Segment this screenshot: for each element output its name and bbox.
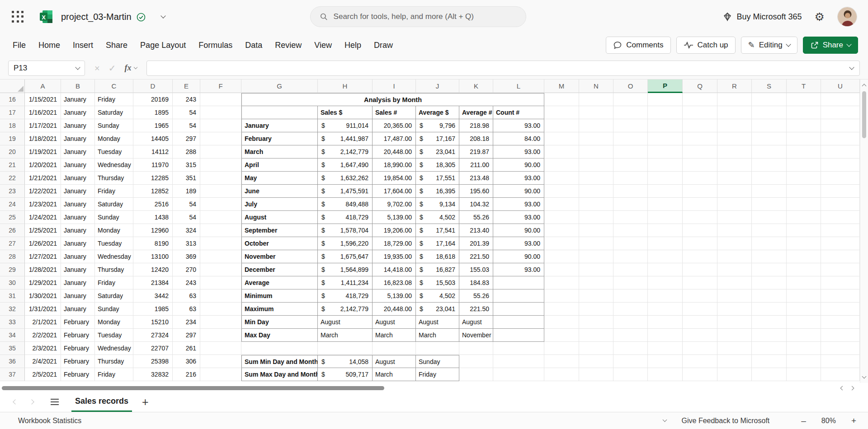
cell-R24[interactable]: [717, 198, 752, 211]
cell-T24[interactable]: [787, 198, 821, 211]
cell-P25[interactable]: [648, 211, 683, 224]
cell-H32[interactable]: $2,142,779: [318, 303, 373, 316]
cell-L25[interactable]: 93.00: [493, 211, 544, 224]
cell-D22[interactable]: 12285: [133, 172, 173, 185]
cell-K28[interactable]: 221.50: [459, 250, 493, 263]
cell-I29[interactable]: 14,418.00: [373, 263, 416, 276]
cell-P31[interactable]: [648, 289, 683, 303]
cell-F21[interactable]: [200, 159, 241, 172]
cell-E18[interactable]: 54: [173, 119, 200, 132]
cell-O30[interactable]: [613, 276, 648, 289]
cell-I24[interactable]: 9,702.00: [373, 198, 416, 211]
row-header-20[interactable]: 20: [0, 145, 25, 159]
cell-U27[interactable]: [821, 237, 860, 250]
cell-I36[interactable]: August: [373, 355, 416, 368]
expand-formula-bar-icon[interactable]: [849, 65, 854, 70]
cell-E29[interactable]: 270: [173, 263, 200, 276]
cell-B24[interactable]: January: [61, 198, 95, 211]
column-header-T[interactable]: T: [787, 79, 821, 93]
cell-F22[interactable]: [200, 172, 241, 185]
cell-N18[interactable]: [579, 119, 613, 132]
cell-I34[interactable]: March: [373, 329, 416, 342]
cell-F34[interactable]: [200, 329, 241, 342]
column-header-J[interactable]: J: [416, 79, 459, 93]
cell-F36[interactable]: [200, 355, 241, 368]
row-header-24[interactable]: 24: [0, 198, 25, 211]
cell-O31[interactable]: [613, 289, 648, 303]
cell-S23[interactable]: [752, 185, 787, 198]
cell-M24[interactable]: [544, 198, 579, 211]
cell-U19[interactable]: [821, 132, 860, 145]
document-title[interactable]: project_03-Martin: [61, 12, 132, 22]
cell-Q18[interactable]: [683, 119, 717, 132]
cell-D29[interactable]: 12420: [133, 263, 173, 276]
cell-T36[interactable]: [787, 355, 821, 368]
cell-R34[interactable]: [717, 329, 752, 342]
menu-review[interactable]: Review: [269, 37, 308, 54]
cell-I28[interactable]: 19,935.00: [373, 250, 416, 263]
cell-F28[interactable]: [200, 250, 241, 263]
cell-S25[interactable]: [752, 211, 787, 224]
cell-N32[interactable]: [579, 303, 613, 316]
cell-R36[interactable]: [717, 355, 752, 368]
cell-T16[interactable]: [787, 93, 821, 106]
cell-U33[interactable]: [821, 316, 860, 329]
cell-D25[interactable]: 1438: [133, 211, 173, 224]
cell-B27[interactable]: January: [61, 237, 95, 250]
cell-N33[interactable]: [579, 316, 613, 329]
cell-D20[interactable]: 14112: [133, 145, 173, 159]
vertical-scrollbar[interactable]: [860, 79, 868, 383]
row-header-25[interactable]: 25: [0, 211, 25, 224]
cell-U21[interactable]: [821, 159, 860, 172]
cell-U16[interactable]: [821, 93, 860, 106]
cell-M16[interactable]: [544, 93, 579, 106]
cell-E28[interactable]: 369: [173, 250, 200, 263]
cell-F17[interactable]: [200, 106, 241, 119]
cell-M17[interactable]: [544, 106, 579, 119]
cell-C32[interactable]: Sunday: [95, 303, 133, 316]
cell-Q32[interactable]: [683, 303, 717, 316]
column-header-P[interactable]: P: [648, 79, 683, 93]
cell-B31[interactable]: January: [61, 289, 95, 303]
cell-P30[interactable]: [648, 276, 683, 289]
cell-J31[interactable]: $4,502: [416, 289, 459, 303]
cell-P19[interactable]: [648, 132, 683, 145]
cell-J37[interactable]: Friday: [416, 368, 459, 381]
cell-T20[interactable]: [787, 145, 821, 159]
cell-T27[interactable]: [787, 237, 821, 250]
cell-O19[interactable]: [613, 132, 648, 145]
cell-N20[interactable]: [579, 145, 613, 159]
cell-K27[interactable]: 201.39: [459, 237, 493, 250]
menu-draw[interactable]: Draw: [368, 37, 399, 54]
cell-E24[interactable]: 54: [173, 198, 200, 211]
cell-K22[interactable]: 213.48: [459, 172, 493, 185]
cell-K18[interactable]: 218.98: [459, 119, 493, 132]
cell-B25[interactable]: January: [61, 211, 95, 224]
cell-I32[interactable]: 20,448.00: [373, 303, 416, 316]
cell-P23[interactable]: [648, 185, 683, 198]
menu-file[interactable]: File: [6, 37, 32, 54]
cell-P16[interactable]: [648, 93, 683, 106]
cell-J26[interactable]: $17,541: [416, 224, 459, 237]
cell-D30[interactable]: 21384: [133, 276, 173, 289]
cell-T37[interactable]: [787, 368, 821, 381]
cell-Q31[interactable]: [683, 289, 717, 303]
settings-gear-icon[interactable]: ⚙: [815, 11, 825, 23]
cell-C26[interactable]: Monday: [95, 224, 133, 237]
cell-F37[interactable]: [200, 368, 241, 381]
cell-C21[interactable]: Wednesday: [95, 159, 133, 172]
cell-N28[interactable]: [579, 250, 613, 263]
cell-D16[interactable]: 20169: [133, 93, 173, 106]
cell-B29[interactable]: January: [61, 263, 95, 276]
vertical-scrollbar-thumb[interactable]: [862, 91, 866, 138]
row-header-21[interactable]: 21: [0, 159, 25, 172]
analysis-label-23[interactable]: June: [241, 185, 318, 198]
cell-P32[interactable]: [648, 303, 683, 316]
cell-C36[interactable]: Thursday: [95, 355, 133, 368]
cell-O36[interactable]: [613, 355, 648, 368]
row-header-16[interactable]: 16: [0, 93, 25, 106]
column-header-M[interactable]: M: [544, 79, 579, 93]
cell-S21[interactable]: [752, 159, 787, 172]
cell-H19[interactable]: $1,441,987: [318, 132, 373, 145]
cell-E23[interactable]: 189: [173, 185, 200, 198]
